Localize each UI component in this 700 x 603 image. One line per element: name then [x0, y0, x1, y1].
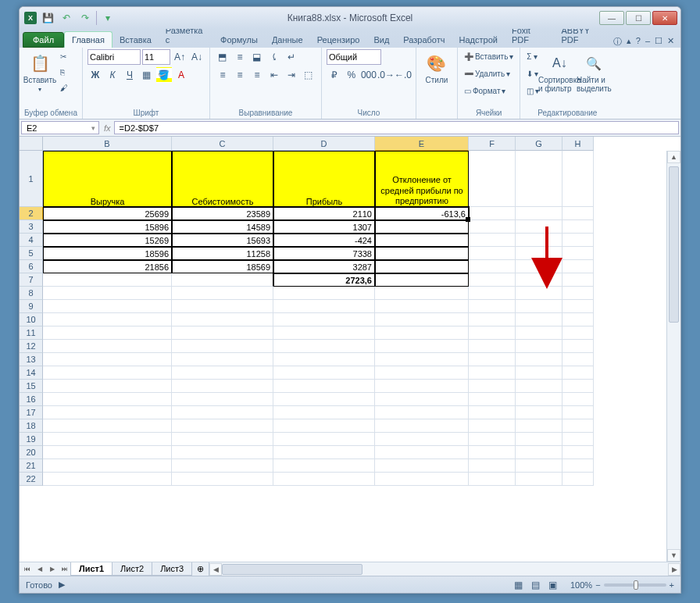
row-header-10[interactable]: 10: [20, 313, 43, 326]
row-header-11[interactable]: 11: [20, 326, 43, 340]
currency-icon[interactable]: ₽: [327, 67, 342, 83]
copy-button[interactable]: ⎘: [59, 65, 70, 79]
row-header-9[interactable]: 9: [20, 300, 43, 313]
orient-icon[interactable]: ⤹: [266, 49, 282, 65]
row-header-17[interactable]: 17: [20, 406, 43, 419]
row-header-4[interactable]: 4: [20, 234, 43, 247]
cell-E6[interactable]: [375, 260, 469, 273]
cell-B4[interactable]: 15269: [43, 234, 172, 247]
cell-E3[interactable]: [375, 220, 469, 234]
row-header-19[interactable]: 19: [20, 433, 43, 446]
tab-nav-next-icon[interactable]: ▶: [46, 563, 59, 576]
cell-E4[interactable]: [375, 234, 469, 247]
col-header-G[interactable]: G: [516, 137, 562, 151]
minimize-button[interactable]: —: [599, 11, 624, 25]
inc-decimal-icon[interactable]: .0→: [378, 67, 394, 83]
align-right-icon[interactable]: ≡: [249, 67, 265, 83]
col-header-F[interactable]: F: [469, 137, 516, 151]
cell-E7[interactable]: [375, 273, 469, 287]
cell-C4[interactable]: 15693: [172, 234, 273, 247]
cell-D2[interactable]: 2110: [273, 207, 375, 220]
close-button[interactable]: ✕: [652, 11, 677, 25]
dec-decimal-icon[interactable]: ←.0: [395, 67, 411, 83]
cells-grid[interactable]: ВыручкаСебистоимостьПрибыльОтклонение от…: [43, 151, 666, 562]
tab-insert[interactable]: Вставка: [112, 32, 159, 48]
wrap-icon[interactable]: ↵: [284, 49, 299, 65]
delete-cells-button[interactable]: ➖Удалить ▾: [462, 66, 515, 80]
insert-cells-button[interactable]: ➕Вставить ▾: [462, 49, 515, 63]
cell-D6[interactable]: 3287: [273, 260, 375, 273]
cell-D4[interactable]: -424: [273, 234, 375, 247]
scroll-left-icon[interactable]: ◀: [209, 563, 222, 576]
font-size-select[interactable]: [142, 49, 170, 65]
cut-button[interactable]: ✂: [59, 49, 70, 63]
page-break-view-icon[interactable]: ▣: [545, 577, 561, 593]
paste-button[interactable]: 📋 Вставить▾: [24, 49, 55, 93]
italic-button[interactable]: К: [105, 67, 120, 83]
underline-button[interactable]: Ч: [122, 67, 138, 83]
undo-icon[interactable]: ↶: [59, 10, 74, 26]
help2-icon[interactable]: ?: [636, 36, 641, 48]
align-top-icon[interactable]: ⬒: [215, 49, 230, 65]
cell-E2[interactable]: -613,6: [375, 207, 469, 220]
normal-view-icon[interactable]: ▦: [511, 577, 527, 593]
align-mid-icon[interactable]: ≡: [232, 49, 248, 65]
fx-icon[interactable]: fx: [104, 123, 111, 133]
font-color-button[interactable]: A: [173, 67, 189, 83]
align-center-icon[interactable]: ≡: [232, 67, 248, 83]
sheet-tab-3[interactable]: Лист3: [152, 562, 192, 576]
cell-B3[interactable]: 15896: [43, 220, 172, 234]
new-sheet-icon[interactable]: ⊕: [191, 562, 209, 576]
row-header-14[interactable]: 14: [20, 366, 43, 380]
cell-B5[interactable]: 18596: [43, 247, 172, 260]
hscroll-thumb[interactable]: [222, 564, 362, 575]
grow-font-icon[interactable]: A↑: [172, 49, 188, 65]
help-icon[interactable]: ⓘ: [613, 36, 622, 48]
tab-review[interactable]: Рецензиро: [310, 32, 367, 48]
comma-icon[interactable]: 000: [361, 67, 377, 83]
percent-icon[interactable]: %: [344, 67, 359, 83]
autosum-button[interactable]: Σ ▾: [525, 49, 541, 63]
macro-icon[interactable]: ▶: [59, 580, 65, 590]
align-bot-icon[interactable]: ⬓: [249, 49, 265, 65]
styles-button[interactable]: 🎨 Стили: [421, 49, 452, 84]
qat-more-icon[interactable]: ▾: [100, 10, 116, 26]
row-header-20[interactable]: 20: [20, 446, 43, 459]
scroll-right-icon[interactable]: ▶: [668, 563, 680, 576]
row-header-18[interactable]: 18: [20, 419, 43, 433]
maximize-button[interactable]: ☐: [626, 11, 651, 25]
row-header-12[interactable]: 12: [20, 340, 43, 353]
tab-home[interactable]: Главная: [64, 31, 112, 48]
cell-C6[interactable]: 18569: [172, 260, 273, 273]
col-header-B[interactable]: B: [43, 137, 172, 151]
fill-color-button[interactable]: 🪣: [156, 67, 172, 83]
cell-C3[interactable]: 14589: [172, 220, 273, 234]
find-select-button[interactable]: 🔍 Найти и выделить: [578, 49, 609, 93]
row-header-3[interactable]: 3: [20, 220, 43, 234]
fill-handle[interactable]: [466, 217, 470, 222]
number-format-select[interactable]: [327, 49, 381, 65]
vscroll-thumb[interactable]: [669, 166, 679, 323]
row-header-8[interactable]: 8: [20, 287, 43, 300]
horizontal-scrollbar[interactable]: ◀ ▶: [209, 562, 680, 576]
row-header-22[interactable]: 22: [20, 473, 43, 486]
col-header-C[interactable]: C: [172, 137, 273, 151]
row-header-1[interactable]: 1: [20, 151, 43, 207]
cell-B2[interactable]: 25699: [43, 207, 172, 220]
cell-C5[interactable]: 11258: [172, 247, 273, 260]
tab-formulas[interactable]: Формулы: [213, 32, 265, 48]
shrink-font-icon[interactable]: A↓: [189, 49, 205, 65]
zoom-out-icon[interactable]: −: [595, 580, 600, 590]
col-header-D[interactable]: D: [273, 137, 375, 151]
zoom-level[interactable]: 100%: [570, 580, 592, 590]
name-box[interactable]: E2: [21, 121, 99, 134]
header-cell-C[interactable]: Себистоимость: [172, 151, 273, 207]
merge-icon[interactable]: ⬚: [301, 67, 316, 83]
header-cell-D[interactable]: Прибыль: [273, 151, 375, 207]
row-header-2[interactable]: 2: [20, 207, 43, 220]
cell-B6[interactable]: 21856: [43, 260, 172, 273]
select-all-corner[interactable]: [20, 137, 43, 151]
tab-nav-first-icon[interactable]: ⏮: [21, 563, 34, 576]
tab-nav-prev-icon[interactable]: ◀: [34, 563, 46, 576]
row-header-6[interactable]: 6: [20, 260, 43, 273]
